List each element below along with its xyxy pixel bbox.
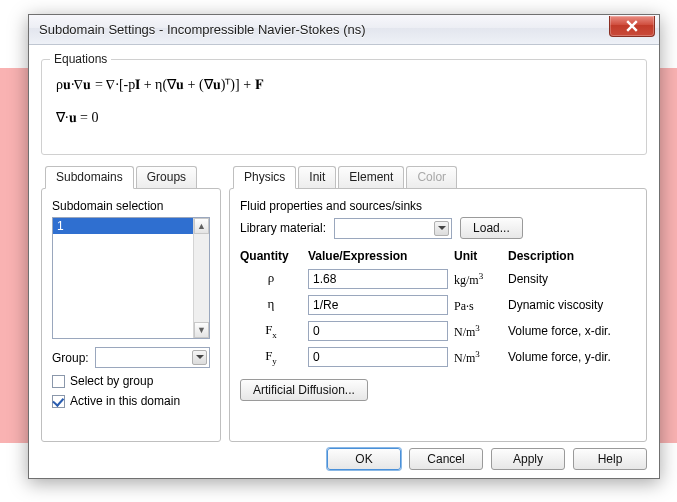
artificial-diffusion-button[interactable]: Artificial Diffusion... <box>240 379 368 401</box>
equation-continuity: ∇·𝐮 = 0 <box>56 109 634 126</box>
panels-row: Subdomains Groups Subdomain selection 1 … <box>41 165 647 442</box>
header-value: Value/Expression <box>308 249 448 263</box>
header-quantity: Quantity <box>240 249 302 263</box>
select-by-group-checkbox[interactable]: Select by group <box>52 374 210 388</box>
left-tabrow: Subdomains Groups <box>45 165 221 188</box>
group-row: Group: <box>52 347 210 368</box>
unit-rho: kg/m3 <box>454 271 502 288</box>
chevron-down-icon <box>434 221 449 236</box>
group-combo[interactable] <box>95 347 210 368</box>
tab-groups[interactable]: Groups <box>136 166 197 189</box>
header-unit: Unit <box>454 249 502 263</box>
subdomain-selection-label: Subdomain selection <box>52 199 210 213</box>
close-icon <box>626 20 638 32</box>
chevron-down-icon <box>192 350 207 365</box>
subdomain-listbox[interactable]: 1 ▲ ▼ <box>52 217 210 339</box>
listbox-scrollbar[interactable]: ▲ ▼ <box>193 218 209 338</box>
desc-rho: Density <box>508 272 636 286</box>
quantity-eta: η <box>240 296 302 314</box>
quantity-fx: Fx <box>240 322 302 340</box>
scroll-down-icon[interactable]: ▼ <box>194 322 209 338</box>
scroll-up-icon[interactable]: ▲ <box>194 218 209 234</box>
library-material-combo[interactable] <box>334 218 452 239</box>
input-fy[interactable] <box>308 347 448 367</box>
cancel-button[interactable]: Cancel <box>409 448 483 470</box>
input-fx[interactable] <box>308 321 448 341</box>
equations-legend: Equations <box>50 52 111 66</box>
list-item[interactable]: 1 <box>53 218 209 234</box>
unit-eta: Pa·s <box>454 297 502 314</box>
tab-physics[interactable]: Physics <box>233 166 296 189</box>
tab-subdomains[interactable]: Subdomains <box>45 166 134 189</box>
quantity-rho: ρ <box>240 270 302 288</box>
group-label: Group: <box>52 351 89 365</box>
physics-subtitle: Fluid properties and sources/sinks <box>240 199 636 213</box>
header-description: Description <box>508 249 636 263</box>
unit-fx: N/m3 <box>454 323 502 340</box>
active-in-domain-checkbox[interactable]: Active in this domain <box>52 394 210 408</box>
library-material-label: Library material: <box>240 221 326 235</box>
left-tab-body: Subdomain selection 1 ▲ ▼ Group: <box>41 188 221 442</box>
apply-button[interactable]: Apply <box>491 448 565 470</box>
window-title: Subdomain Settings - Incompressible Navi… <box>39 22 366 37</box>
ok-button[interactable]: OK <box>327 448 401 470</box>
equations-group: Equations ρ𝐮·∇𝐮 = ∇·[-p𝐈 + η(∇𝐮 + (∇𝐮)ᵀ)… <box>41 59 647 155</box>
desc-fy: Volume force, y-dir. <box>508 350 636 364</box>
right-tab-body: Fluid properties and sources/sinks Libra… <box>229 188 647 442</box>
right-panel: Physics Init Element Color Fluid propert… <box>229 165 647 442</box>
desc-fx: Volume force, x-dir. <box>508 324 636 338</box>
checkbox-icon <box>52 375 65 388</box>
left-panel: Subdomains Groups Subdomain selection 1 … <box>41 165 221 442</box>
subdomain-settings-dialog: Subdomain Settings - Incompressible Navi… <box>28 14 660 479</box>
tab-element[interactable]: Element <box>338 166 404 189</box>
quantity-fy: Fy <box>240 348 302 366</box>
select-by-group-label: Select by group <box>70 374 153 388</box>
checkbox-checked-icon <box>52 395 65 408</box>
help-button[interactable]: Help <box>573 448 647 470</box>
titlebar[interactable]: Subdomain Settings - Incompressible Navi… <box>29 15 659 45</box>
desc-eta: Dynamic viscosity <box>508 298 636 312</box>
tab-color: Color <box>406 166 457 189</box>
active-in-domain-label: Active in this domain <box>70 394 180 408</box>
properties-grid: Quantity Value/Expression Unit Descripti… <box>240 249 636 367</box>
right-tabrow: Physics Init Element Color <box>233 165 647 188</box>
unit-fy: N/m3 <box>454 349 502 366</box>
equation-momentum: ρ𝐮·∇𝐮 = ∇·[-p𝐈 + η(∇𝐮 + (∇𝐮)ᵀ)] + 𝐅 <box>56 76 634 93</box>
library-material-row: Library material: Load... <box>240 217 636 239</box>
dialog-footer: OK Cancel Apply Help <box>41 442 647 470</box>
input-rho[interactable] <box>308 269 448 289</box>
load-button[interactable]: Load... <box>460 217 523 239</box>
tab-init[interactable]: Init <box>298 166 336 189</box>
close-button[interactable] <box>609 16 655 37</box>
input-eta[interactable] <box>308 295 448 315</box>
dialog-content: Equations ρ𝐮·∇𝐮 = ∇·[-p𝐈 + η(∇𝐮 + (∇𝐮)ᵀ)… <box>29 45 659 478</box>
